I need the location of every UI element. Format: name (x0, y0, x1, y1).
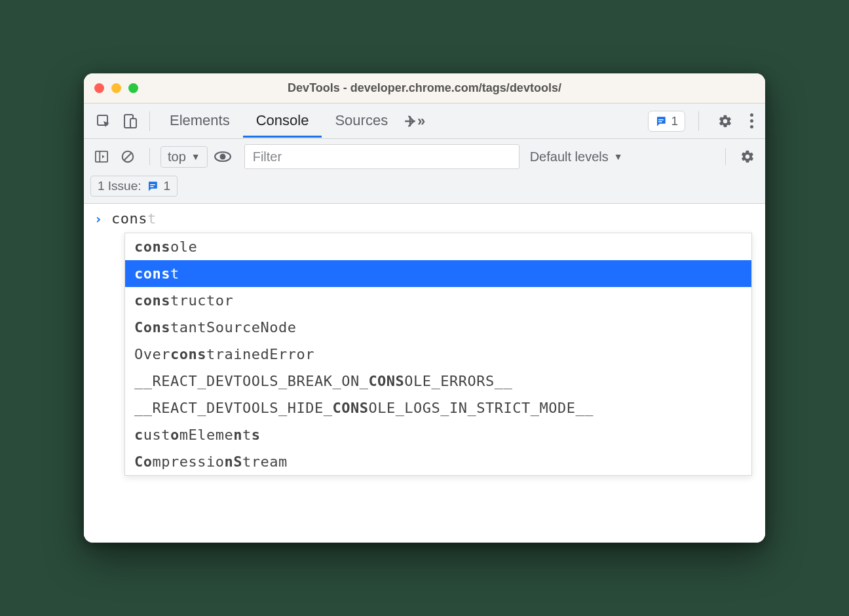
window-controls (94, 83, 138, 93)
tab-console[interactable]: Console (243, 104, 322, 138)
separator (725, 148, 726, 165)
svg-rect-3 (659, 119, 664, 121)
issue-icon (147, 180, 159, 192)
issues-pill[interactable]: 1 (648, 111, 685, 132)
minimize-window-button[interactable] (111, 83, 121, 93)
settings-icon[interactable] (712, 109, 738, 133)
separator (149, 111, 150, 131)
context-label: top (168, 149, 186, 164)
live-expression-icon[interactable] (212, 147, 234, 166)
svg-rect-4 (659, 121, 662, 123)
svg-point-10 (219, 154, 225, 160)
console-input-text: const (111, 210, 157, 227)
typed-prefix: cons (111, 210, 147, 227)
inspect-element-icon[interactable] (90, 109, 117, 133)
autocomplete-item[interactable]: CompressionStream (125, 448, 751, 475)
separator (698, 111, 699, 131)
context-selector[interactable]: top ▼ (160, 146, 208, 168)
filter-field (244, 144, 519, 169)
titlebar: DevTools - developer.chrome.com/tags/dev… (84, 73, 765, 104)
console-settings-icon[interactable] (736, 147, 759, 166)
autocomplete-item[interactable]: ConstantSourceNode (125, 314, 751, 341)
typed-ghost: t (147, 210, 157, 227)
console-toolbar: top ▼ Default levels ▼ 1 Issue: (84, 139, 765, 204)
console-toolbar-row: top ▼ Default levels ▼ (90, 144, 759, 169)
tab-elements[interactable]: Elements (157, 104, 243, 138)
zoom-window-button[interactable] (128, 83, 138, 93)
autocomplete-item[interactable]: constructor (125, 287, 751, 314)
more-tabs-icon[interactable]: » (401, 109, 427, 133)
clear-console-icon[interactable] (117, 147, 139, 166)
issue-icon (655, 115, 667, 127)
more-options-icon[interactable] (745, 111, 759, 131)
svg-rect-5 (96, 151, 107, 162)
svg-rect-11 (150, 184, 155, 185)
svg-rect-2 (130, 119, 136, 128)
autocomplete-item[interactable]: __REACT_DEVTOOLS_HIDE_CONSOLE_LOGS_IN_ST… (125, 395, 751, 421)
issues-summary[interactable]: 1 Issue: 1 (90, 176, 178, 197)
chevron-down-icon: ▼ (614, 151, 623, 162)
autocomplete-popup: consoleconstconstructorConstantSourceNod… (124, 233, 752, 476)
autocomplete-item[interactable]: __REACT_DEVTOOLS_BREAK_ON_CONSOLE_ERRORS… (125, 368, 751, 395)
toggle-drawer-icon[interactable] (90, 147, 113, 166)
console-body: › const consoleconstconstructorConstantS… (84, 204, 765, 543)
log-levels-label: Default levels (530, 149, 609, 164)
chevron-down-icon: ▼ (191, 151, 200, 162)
issues-label: 1 Issue: (98, 179, 142, 193)
log-levels-selector[interactable]: Default levels ▼ (530, 149, 623, 164)
device-toolbar-icon[interactable] (117, 109, 143, 133)
autocomplete-item[interactable]: customElements (125, 421, 751, 448)
console-prompt[interactable]: › const (84, 204, 765, 229)
svg-line-8 (124, 153, 132, 161)
panel-tabs: Elements Console Sources » (157, 104, 427, 138)
toolbar-right: 1 (648, 109, 759, 133)
issues-pill-count: 1 (671, 114, 678, 128)
autocomplete-item[interactable]: OverconstrainedError (125, 341, 751, 368)
window-title: DevTools - developer.chrome.com/tags/dev… (84, 81, 765, 95)
issues-count: 1 (164, 179, 171, 193)
devtools-window: DevTools - developer.chrome.com/tags/dev… (84, 73, 765, 543)
filter-input[interactable] (244, 144, 519, 169)
autocomplete-item[interactable]: const (125, 260, 751, 287)
close-window-button[interactable] (94, 83, 104, 93)
autocomplete-item[interactable]: console (125, 233, 751, 260)
separator (149, 148, 150, 165)
panel-tabbar: Elements Console Sources » 1 (84, 104, 765, 139)
prompt-caret-icon: › (94, 211, 102, 227)
tab-sources[interactable]: Sources (322, 104, 401, 138)
svg-rect-12 (150, 186, 153, 187)
